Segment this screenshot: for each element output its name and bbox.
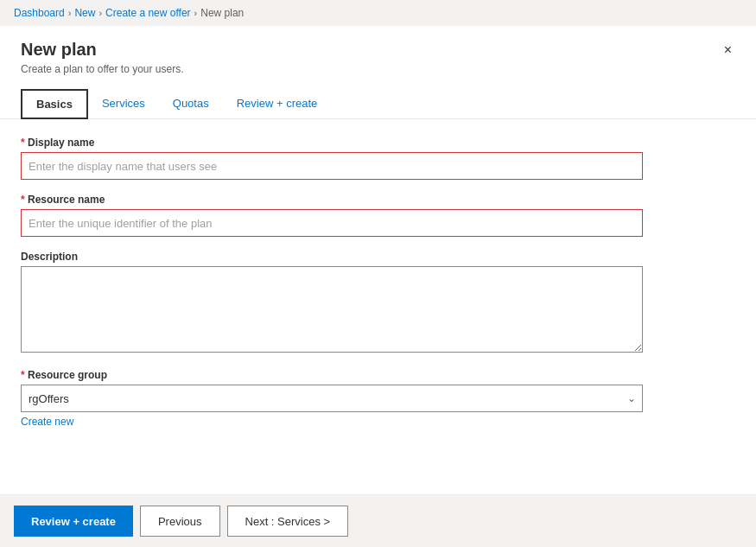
display-name-input[interactable] xyxy=(21,152,643,180)
resource-group-select-wrapper: rgOffers ⌄ xyxy=(21,385,643,412)
close-button[interactable]: × xyxy=(721,40,735,60)
resource-name-label: Resource name xyxy=(21,194,735,206)
resource-group-select[interactable]: rgOffers xyxy=(21,385,643,412)
tabs-container: Basics Services Quotas Review + create xyxy=(21,89,735,118)
breadcrumb-create-offer[interactable]: Create a new offer xyxy=(105,7,191,19)
previous-button[interactable]: Previous xyxy=(140,506,220,537)
breadcrumb-sep-3: › xyxy=(194,8,198,18)
resource-name-group: Resource name xyxy=(21,194,735,237)
breadcrumb-new[interactable]: New xyxy=(74,7,95,19)
breadcrumb: Dashboard › New › Create a new offer › N… xyxy=(0,0,756,26)
tab-review-create[interactable]: Review + create xyxy=(223,89,332,118)
panel-title: New plan xyxy=(21,40,184,60)
display-name-label: Display name xyxy=(21,137,735,149)
breadcrumb-sep-2: › xyxy=(98,8,102,18)
create-new-link[interactable]: Create new xyxy=(21,416,73,428)
resource-name-input[interactable] xyxy=(21,209,643,237)
panel-header: New plan Create a plan to offer to your … xyxy=(0,26,756,119)
main-panel: New plan Create a plan to offer to your … xyxy=(0,26,756,494)
display-name-group: Display name xyxy=(21,137,735,180)
footer: Review + create Previous Next : Services… xyxy=(0,494,756,547)
tab-services[interactable]: Services xyxy=(88,89,159,118)
tab-quotas[interactable]: Quotas xyxy=(159,89,223,118)
panel-title-group: New plan Create a plan to offer to your … xyxy=(21,40,184,86)
resource-group-label: Resource group xyxy=(21,369,735,381)
description-textarea[interactable] xyxy=(21,266,643,353)
next-services-button[interactable]: Next : Services > xyxy=(227,506,349,537)
form-area: Display name Resource name Description R… xyxy=(0,119,756,494)
breadcrumb-dashboard[interactable]: Dashboard xyxy=(14,7,65,19)
description-label: Description xyxy=(21,251,735,263)
panel-subtitle: Create a plan to offer to your users. xyxy=(21,63,184,75)
resource-group-group: Resource group rgOffers ⌄ Create new xyxy=(21,369,735,428)
breadcrumb-sep-1: › xyxy=(68,8,72,18)
tab-basics[interactable]: Basics xyxy=(21,89,88,119)
review-create-button[interactable]: Review + create xyxy=(14,506,133,537)
page-container: Dashboard › New › Create a new offer › N… xyxy=(0,0,756,547)
panel-title-row: New plan Create a plan to offer to your … xyxy=(21,40,735,86)
breadcrumb-current: New plan xyxy=(200,7,244,19)
description-group: Description xyxy=(21,251,735,355)
